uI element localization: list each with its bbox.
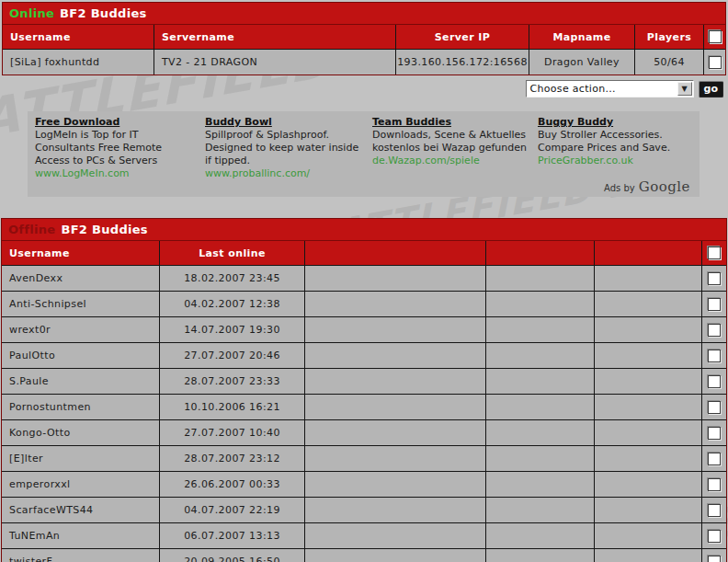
offline-row-checkbox[interactable] — [708, 453, 721, 465]
empty-cell — [485, 472, 594, 497]
online-select-all-checkbox[interactable] — [709, 30, 722, 43]
buddy-username: wrext0r — [2, 317, 159, 342]
buddy-username: [E]lter — [2, 446, 159, 471]
column-header-servername: Servername — [154, 25, 395, 49]
column-header-server-ip: Server IP — [395, 25, 529, 49]
offline-buddy-row: [E]lter 28.07.2007 23:12 — [2, 445, 726, 471]
online-table-header: Username Servername Server IP Mapname Pl… — [3, 24, 725, 49]
row-checkbox-cell — [701, 343, 726, 368]
buddy-username: ScarfaceWTS44 — [2, 498, 159, 522]
empty-cell — [304, 523, 485, 548]
buddy-username: S.Paule — [2, 369, 159, 394]
empty-header-cell — [304, 241, 485, 265]
row-checkbox-cell — [701, 549, 726, 562]
empty-cell — [485, 549, 594, 562]
offline-row-checkbox[interactable] — [708, 427, 721, 440]
buddy-mapname: Dragon Valley — [529, 50, 634, 75]
buddy-server-ip: 193.160.156.172:16568 — [395, 50, 529, 75]
ad-title-link[interactable]: Team Buddies — [372, 116, 451, 129]
offline-status-label: Offline — [8, 223, 55, 236]
buddy-last-online: 27.07.2007 10:40 — [159, 420, 304, 445]
empty-cell — [485, 317, 594, 342]
buddy-servername: TV2 - 21 DRAGON — [154, 50, 395, 75]
online-row-checkbox[interactable] — [709, 56, 722, 69]
offline-row-checkbox[interactable] — [708, 401, 721, 414]
offline-row-checkbox[interactable] — [708, 556, 721, 562]
offline-select-all-checkbox[interactable] — [708, 247, 721, 259]
go-button[interactable]: go — [699, 81, 723, 97]
ad-url-link[interactable]: de.Wazap.com/spiele — [372, 155, 532, 167]
empty-cell — [304, 292, 485, 316]
row-checkbox-cell — [701, 369, 726, 394]
buddy-last-online: 27.07.2007 20:46 — [159, 343, 304, 368]
buddy-last-online: 04.02.2007 12:38 — [159, 292, 304, 316]
ad-item: Team Buddies Downloads, Scene & Aktuelle… — [372, 116, 538, 180]
row-checkbox-cell — [701, 266, 726, 291]
offline-row-checkbox[interactable] — [708, 298, 721, 311]
offline-buddy-row: Kongo-Otto 27.07.2007 10:40 — [2, 419, 726, 445]
ad-title-link[interactable]: Buggy Buddy — [538, 116, 613, 129]
ad-url-link[interactable]: PriceGrabber.co.uk — [538, 155, 692, 167]
buddy-last-online: 20.09.2005 16:50 — [159, 549, 304, 562]
action-bar: Choose action... ▼ go — [526, 80, 723, 97]
empty-cell — [485, 446, 594, 471]
empty-cell — [485, 498, 594, 522]
ad-item: Free Download LogMeIn is Top for IT Cons… — [35, 116, 205, 180]
offline-buddies-table: Offline BF2 Buddies Username Last online… — [1, 218, 727, 562]
online-buddies-table: Online BF2 Buddies Username Servername S… — [2, 2, 726, 75]
offline-buddy-row: ScarfaceWTS44 04.07.2007 22:19 — [2, 497, 726, 522]
empty-cell — [594, 498, 701, 522]
offline-table-header: Username Last online — [2, 240, 726, 265]
buddy-username: Kongo-Otto — [2, 420, 159, 445]
ad-title-link[interactable]: Free Download — [35, 116, 119, 129]
offline-buddy-row: S.Paule 28.07.2007 23:33 — [2, 368, 726, 394]
dropdown-arrow-icon[interactable]: ▼ — [677, 82, 692, 96]
offline-row-checkbox[interactable] — [708, 504, 721, 517]
empty-cell — [594, 472, 701, 497]
buddy-username: TuNEmAn — [2, 523, 159, 548]
offline-buddy-row: AvenDexx 18.02.2007 23:45 — [2, 265, 726, 291]
column-header-username: Username — [2, 241, 159, 265]
empty-cell — [304, 549, 485, 562]
ads-grid: Free Download LogMeIn is Top for IT Cons… — [35, 116, 698, 180]
offline-buddy-row: Anti-Schnipsel 04.02.2007 12:38 — [2, 291, 726, 316]
ad-title-link[interactable]: Buddy Bowl — [205, 116, 272, 129]
ad-url-link[interactable]: www.LogMeIn.com — [35, 167, 199, 180]
header-checkbox-cell — [701, 241, 726, 265]
offline-buddy-row: twisterF 20.09.2005 16:50 — [2, 548, 726, 562]
empty-cell — [594, 395, 701, 419]
ad-body-text: LogMeIn is Top for IT Consultants Free R… — [35, 129, 199, 167]
offline-row-checkbox[interactable] — [708, 478, 721, 491]
offline-row-checkbox[interactable] — [708, 530, 721, 543]
offline-buddy-row: wrext0r 14.07.2007 19:30 — [2, 316, 726, 342]
empty-cell — [304, 472, 485, 497]
column-header-mapname: Mapname — [529, 25, 634, 49]
offline-section-title: BF2 Buddies — [61, 223, 147, 236]
buddy-username: twisterF — [2, 549, 159, 562]
action-select-value: Choose action... — [527, 83, 677, 95]
ad-url-link[interactable]: www.proballinc.com/ — [205, 167, 367, 180]
offline-buddy-row: TuNEmAn 06.07.2007 13:13 — [2, 522, 726, 548]
ad-body-text: Buy Stroller Accessories. Compare Prices… — [538, 129, 692, 155]
column-header-players: Players — [634, 25, 703, 49]
ads-by-label: Ads by — [604, 183, 635, 193]
empty-cell — [304, 446, 485, 471]
offline-row-checkbox[interactable] — [708, 375, 721, 388]
buddy-username: emperorxxl — [2, 472, 159, 497]
empty-cell — [594, 420, 701, 445]
offline-row-checkbox[interactable] — [708, 350, 721, 362]
offline-row-checkbox[interactable] — [708, 324, 721, 337]
empty-cell — [304, 395, 485, 419]
action-select[interactable]: Choose action... ▼ — [526, 80, 694, 97]
google-logo[interactable]: Google — [639, 178, 690, 195]
row-checkbox-cell — [701, 395, 726, 419]
offline-row-checkbox[interactable] — [708, 272, 721, 285]
column-header-username: Username — [3, 25, 154, 49]
empty-header-cell — [485, 241, 594, 265]
row-checkbox-cell — [701, 420, 726, 445]
empty-cell — [594, 549, 701, 562]
buddy-username: Pornostuntmen — [2, 395, 159, 419]
buddy-username: [SiLa] foxhuntdd — [3, 50, 154, 75]
empty-cell — [485, 292, 594, 316]
ad-item: Buddy Bowl Spillproof & Splashproof. Des… — [205, 116, 372, 180]
